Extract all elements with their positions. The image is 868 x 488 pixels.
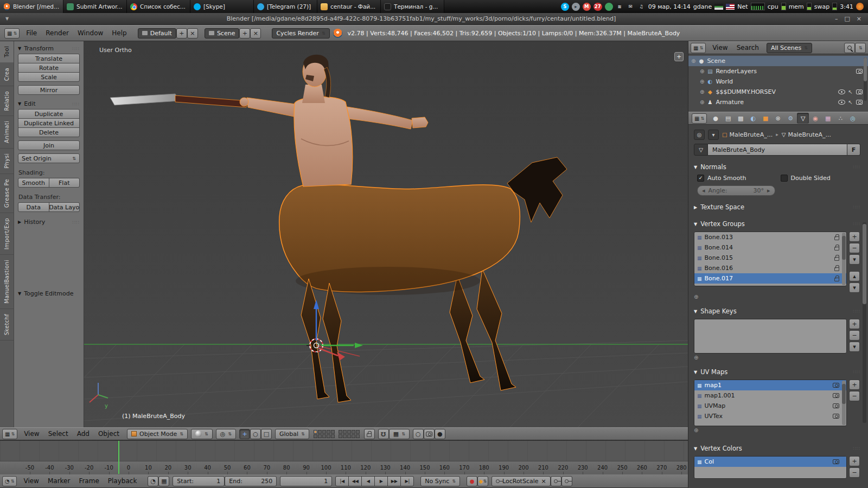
lock-icon[interactable] <box>834 236 839 240</box>
tab-texture[interactable]: ▦ <box>822 113 834 124</box>
eye-toggle[interactable] <box>838 89 845 94</box>
vertex-group-item[interactable]: ▦Bone.013 <box>694 232 846 242</box>
pointer-toggle[interactable]: ↖ <box>848 99 853 105</box>
duplicate-button[interactable]: Duplicate <box>18 109 80 119</box>
vertex-group-item[interactable]: ▦Bone.015 <box>694 253 846 263</box>
expand-icon[interactable]: ⊕ <box>691 58 695 64</box>
jump-to-start-button[interactable]: |◀ <box>335 476 349 486</box>
mirror-button[interactable]: Mirror <box>18 85 80 95</box>
slider-left-arrow[interactable]: ◂ <box>702 187 705 194</box>
tool-tab-manuelbastioni[interactable]: ManuelBastioni <box>0 255 14 309</box>
datablock-name-field[interactable]: MaleBruteA_Body <box>708 144 847 156</box>
outliner-scope-dropdown[interactable]: All Scenes ⇅ <box>767 43 812 53</box>
layer-toggle[interactable] <box>314 430 317 434</box>
expand-icon[interactable]: ⊕ <box>700 89 704 95</box>
manipulator-scale-button[interactable]: □ <box>261 429 272 439</box>
tab-render[interactable]: ● <box>710 113 722 124</box>
region-expand-button[interactable]: + <box>674 52 684 61</box>
add-scene-button[interactable]: + <box>239 28 250 38</box>
delete-button[interactable]: Delete <box>18 127 80 137</box>
menu-3d-object[interactable]: Object <box>94 430 124 438</box>
viewport-3d[interactable]: User Ortho (1) MaleBruteA_Body y + <box>84 41 688 427</box>
menu-outliner-search[interactable]: Search <box>732 44 763 52</box>
keyboard-layout-flag[interactable] <box>714 4 723 10</box>
layer-toggle[interactable] <box>343 434 347 438</box>
camera-icon[interactable] <box>833 459 839 464</box>
shade-smooth-button[interactable]: Smooth <box>18 178 49 188</box>
add-layout-button[interactable]: + <box>176 28 187 38</box>
previous-keyframe-button[interactable]: ◀◀ <box>348 476 362 486</box>
outliner-item[interactable]: ⊕▤RenderLayers <box>688 66 868 76</box>
remove-vertex-group-button[interactable]: − <box>849 243 860 253</box>
list-scrollbar[interactable] <box>842 233 846 285</box>
tab-particles[interactable]: ∴ <box>834 113 846 124</box>
use-preview-range-button[interactable]: ◔ <box>148 476 158 486</box>
texture-space-panel-header[interactable]: ▶ Texture Space ∷∷ <box>694 202 860 213</box>
layer-toggle[interactable] <box>352 430 355 434</box>
menu-timeline-marker[interactable]: Marker <box>43 477 74 485</box>
uv-maps-panel-header[interactable]: ▼ UV Maps ∷∷ <box>694 367 860 377</box>
menu-timeline-frame[interactable]: Frame <box>74 477 103 485</box>
tab-modifiers[interactable]: ⚙ <box>784 113 796 124</box>
vertex-group-item[interactable]: ▦Bone.017 <box>694 273 846 284</box>
breadcrumb-data[interactable]: ▽ MaleBruteA_... <box>782 131 831 138</box>
mode-dropdown[interactable]: Object Mode ⇅ <box>127 429 188 439</box>
add-vertex-group-button[interactable]: + <box>849 232 860 242</box>
tab-material[interactable]: ◉ <box>809 113 821 124</box>
breadcrumb-object[interactable]: □ MaleBruteA_... <box>722 131 773 138</box>
camera-icon[interactable] <box>833 403 839 408</box>
expand-icon[interactable]: ⊕ <box>700 68 704 74</box>
tab-render-layers[interactable]: ▤ <box>722 113 734 124</box>
expand-icon[interactable]: ⊕ <box>700 99 704 105</box>
timeline-band[interactable] <box>0 441 688 461</box>
duplicate-linked-button[interactable]: Duplicate Linked <box>18 118 80 128</box>
auto-smooth-checkbox[interactable]: ✓ Auto Smooth <box>697 175 775 182</box>
active-keying-set-field[interactable]: LocRotScale × <box>492 476 551 486</box>
list-scrollbar[interactable] <box>842 381 846 425</box>
current-frame-indicator[interactable] <box>118 441 119 474</box>
layer-toggle[interactable] <box>322 430 326 434</box>
titlebar-caret-icon[interactable]: ▼ <box>0 16 14 21</box>
close-button[interactable]: × <box>857 15 861 22</box>
menu-3d-select[interactable]: Select <box>44 430 73 438</box>
layer-toggle[interactable] <box>331 430 335 434</box>
addon-tray-icon[interactable] <box>605 3 613 11</box>
join-button[interactable]: Join <box>18 140 80 150</box>
telegram-tray-icon[interactable]: ▸ <box>572 3 580 11</box>
edit-panel-header[interactable]: ▼ Edit ∷∷ <box>14 98 84 109</box>
layer-toggle[interactable] <box>318 430 322 434</box>
menu-3d-add[interactable]: Add <box>73 430 94 438</box>
outliner-search-button[interactable] <box>844 43 855 53</box>
frame-range-options-button[interactable]: ▦ <box>158 476 169 486</box>
menu-window[interactable]: Window <box>73 29 107 37</box>
camera-icon[interactable] <box>833 383 839 388</box>
layer-toggle[interactable] <box>339 430 342 434</box>
render-image-button[interactable] <box>424 429 435 439</box>
outliner-item[interactable]: ⊕◆$$$DUMMY.HORSEV↖ <box>688 87 868 97</box>
expand-icon[interactable]: ⊕ <box>700 79 704 85</box>
screen-layout-field[interactable]: Default <box>138 28 176 38</box>
vertex-group-specials-button[interactable]: ▾ <box>849 254 860 265</box>
browse-id-button[interactable]: ▾ <box>708 130 719 140</box>
layer-toggle[interactable] <box>322 434 326 438</box>
layer-toggle[interactable] <box>356 434 360 438</box>
layer-toggle[interactable] <box>347 430 351 434</box>
timeline-region[interactable]: -50-40-30-20-100102030405060708090100110… <box>0 440 688 474</box>
taskbar-window[interactable]: Список собес... <box>127 0 190 13</box>
camera-icon[interactable] <box>833 414 839 419</box>
timeline-editor-type-button[interactable]: ◔ ⇅ <box>2 476 17 486</box>
taskbar-window[interactable]: [Skype] <box>190 0 254 13</box>
list-filter-toggle[interactable]: ⊕ <box>694 427 860 433</box>
shape-keys-panel-header[interactable]: ▼ Shape Keys ∷∷ <box>694 306 860 317</box>
pointer-toggle[interactable]: ↖ <box>848 89 853 95</box>
timeline-ruler[interactable]: -50-40-30-20-100102030405060708090100110… <box>0 461 688 474</box>
toggle-editmode-panel-header[interactable]: ▼ Toggle Editmode <box>14 288 84 299</box>
scene-field[interactable]: Scene <box>205 28 240 38</box>
history-panel-header[interactable]: ▶ History ∷∷ <box>14 216 84 227</box>
notification-badge[interactable]: 27 <box>593 3 602 11</box>
tab-object[interactable]: ■ <box>760 113 771 124</box>
layer-toggle[interactable] <box>314 434 317 438</box>
remove-uv-map-button[interactable]: − <box>849 391 860 401</box>
tool-tab-grease-pe[interactable]: Grease Pe <box>0 174 14 213</box>
outliner-filter-button[interactable]: ⇅ <box>855 43 866 53</box>
